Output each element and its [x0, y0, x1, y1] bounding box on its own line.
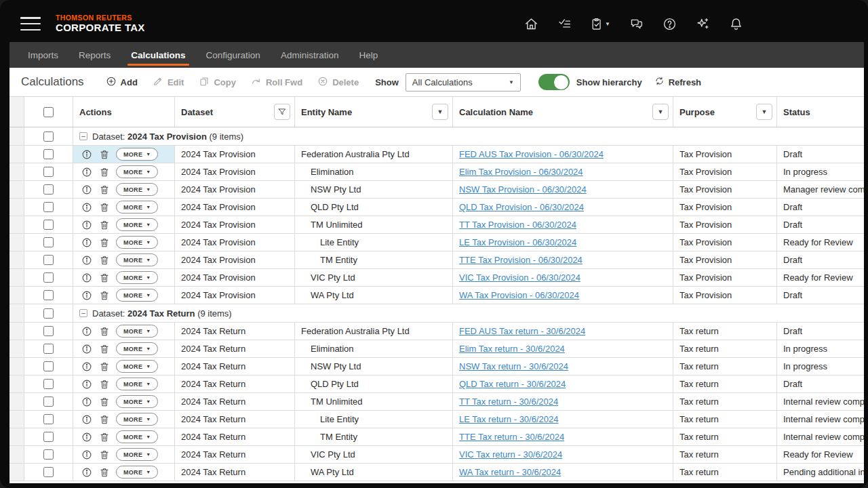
hamburger-menu-icon[interactable]	[20, 17, 41, 30]
calculation-link[interactable]: LE Tax Provision - 06/30/2024	[459, 237, 576, 247]
row-checkbox[interactable]	[43, 184, 54, 195]
trash-icon[interactable]	[98, 378, 110, 390]
trash-icon[interactable]	[98, 166, 110, 178]
info-icon[interactable]	[81, 466, 92, 478]
chevron-down-icon[interactable]: ▼	[652, 104, 669, 120]
checklist-icon[interactable]	[557, 16, 572, 31]
row-checkbox[interactable]	[43, 167, 54, 177]
info-icon[interactable]	[81, 272, 92, 283]
more-button[interactable]: MORE▼	[116, 342, 158, 355]
row-checkbox[interactable]	[43, 344, 54, 354]
more-button[interactable]: MORE▼	[116, 183, 158, 196]
row-checkbox[interactable]	[43, 414, 54, 424]
chevron-down-icon[interactable]: ▼	[756, 104, 772, 120]
info-icon[interactable]	[81, 413, 92, 425]
more-button[interactable]: MORE▼	[116, 201, 158, 214]
group-checkbox[interactable]	[43, 308, 54, 319]
info-icon[interactable]	[81, 396, 92, 407]
trash-icon[interactable]	[98, 289, 110, 301]
more-button[interactable]: MORE▼	[116, 395, 158, 408]
calculation-link[interactable]: Elim Tax Provision - 06/30/2024	[459, 167, 583, 177]
info-icon[interactable]	[81, 325, 92, 337]
tab-imports[interactable]: Imports	[18, 42, 68, 68]
filter-icon[interactable]	[274, 104, 290, 120]
calculation-link[interactable]: WA Tax return - 30/6/2024	[459, 467, 561, 477]
calculation-link[interactable]: TT Tax return - 30/6/2024	[459, 396, 558, 407]
trash-icon[interactable]	[98, 201, 110, 213]
select-all-checkbox[interactable]	[43, 107, 54, 117]
row-checkbox[interactable]	[43, 361, 54, 371]
info-icon[interactable]	[81, 237, 92, 248]
chat-icon[interactable]	[629, 16, 644, 31]
more-button[interactable]: MORE▼	[116, 430, 158, 443]
calculation-link[interactable]: QLD Tax return - 30/6/2024	[459, 379, 566, 389]
more-button[interactable]: MORE▼	[116, 271, 158, 284]
help-icon[interactable]	[662, 16, 677, 31]
calculation-link[interactable]: VIC Tax return - 30/6/2024	[459, 449, 562, 460]
row-checkbox[interactable]	[43, 237, 54, 247]
more-button[interactable]: MORE▼	[116, 289, 158, 302]
more-button[interactable]: MORE▼	[116, 448, 158, 461]
more-button[interactable]: MORE▼	[116, 378, 158, 390]
clipboard-check-icon[interactable]: ▼	[590, 16, 610, 31]
row-checkbox[interactable]	[43, 202, 54, 212]
row-checkbox[interactable]	[43, 449, 54, 460]
info-icon[interactable]	[81, 343, 92, 354]
show-hierarchy-toggle[interactable]	[538, 74, 570, 90]
row-checkbox[interactable]	[43, 255, 54, 265]
tab-calculations[interactable]: Calculations	[121, 42, 195, 68]
collapse-icon[interactable]: −	[79, 132, 87, 140]
info-icon[interactable]	[81, 361, 92, 372]
trash-icon[interactable]	[98, 184, 110, 195]
trash-icon[interactable]	[98, 466, 110, 478]
more-button[interactable]: MORE▼	[116, 413, 158, 426]
row-checkbox[interactable]	[43, 467, 54, 477]
row-checkbox[interactable]	[43, 272, 54, 283]
row-checkbox[interactable]	[43, 149, 54, 159]
info-icon[interactable]	[81, 449, 92, 460]
calculation-link[interactable]: FED AUS Tax Provision - 06/30/2024	[459, 149, 604, 159]
trash-icon[interactable]	[98, 272, 110, 283]
tab-help[interactable]: Help	[349, 42, 388, 68]
trash-icon[interactable]	[98, 325, 110, 337]
trash-icon[interactable]	[98, 413, 110, 425]
info-icon[interactable]	[81, 148, 92, 160]
more-button[interactable]: MORE▼	[116, 325, 158, 338]
calculation-link[interactable]: VIC Tax Provision - 06/30/2024	[459, 272, 580, 283]
chevron-down-icon[interactable]: ▼	[432, 104, 448, 120]
group-checkbox[interactable]	[43, 131, 54, 142]
more-button[interactable]: MORE▼	[116, 236, 158, 249]
more-button[interactable]: MORE▼	[116, 466, 158, 479]
info-icon[interactable]	[81, 201, 92, 213]
trash-icon[interactable]	[98, 237, 110, 248]
calculation-link[interactable]: NSW Tax return - 30/6/2024	[459, 361, 568, 371]
trash-icon[interactable]	[98, 148, 110, 160]
calculation-link[interactable]: LE Tax return - 30/6/2024	[459, 414, 558, 424]
delete-button[interactable]: Delete	[317, 76, 359, 89]
home-icon[interactable]	[524, 16, 538, 31]
trash-icon[interactable]	[98, 361, 110, 372]
info-icon[interactable]	[81, 184, 92, 195]
sparkles-icon[interactable]	[695, 16, 710, 31]
row-checkbox[interactable]	[43, 290, 54, 300]
calculation-link[interactable]: Elim Tax return - 30/6/2024	[459, 344, 565, 354]
info-icon[interactable]	[81, 289, 92, 301]
more-button[interactable]: MORE▼	[116, 165, 158, 178]
trash-icon[interactable]	[98, 396, 110, 407]
trash-icon[interactable]	[98, 219, 110, 230]
calculation-link[interactable]: FED AUS Tax return - 30/6/2024	[459, 326, 585, 336]
tab-configuration[interactable]: Configuration	[196, 42, 271, 68]
calculation-link[interactable]: TT Tax Provision - 06/30/2024	[459, 220, 576, 230]
trash-icon[interactable]	[98, 431, 110, 443]
more-button[interactable]: MORE▼	[116, 253, 158, 266]
trash-icon[interactable]	[98, 343, 110, 354]
row-checkbox[interactable]	[43, 396, 54, 407]
row-checkbox[interactable]	[43, 220, 54, 230]
calculation-link[interactable]: WA Tax Provision - 06/30/2024	[459, 290, 579, 300]
tab-reports[interactable]: Reports	[68, 42, 121, 68]
info-icon[interactable]	[81, 254, 92, 266]
calculation-link[interactable]: QLD Tax Provision - 06/30/2024	[459, 202, 584, 212]
copy-button[interactable]: Copy	[199, 76, 236, 89]
refresh-button[interactable]: Refresh	[654, 76, 701, 88]
row-checkbox[interactable]	[43, 326, 54, 336]
